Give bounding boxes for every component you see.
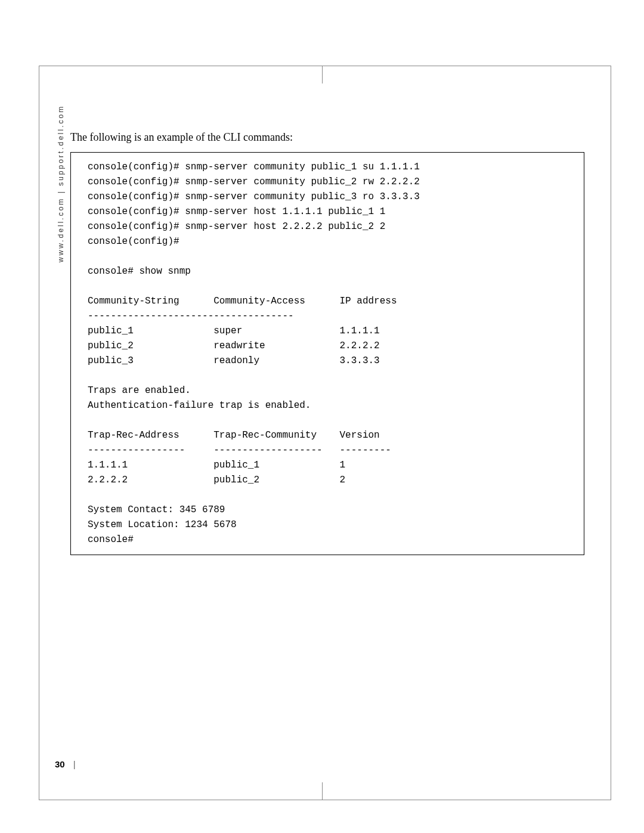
intro-text: The following is an example of the CLI c… bbox=[70, 131, 584, 144]
page-number-value: 30 bbox=[55, 759, 65, 769]
page-number-separator: | bbox=[73, 759, 76, 769]
cli-output-box: console(config)# snmp-server community p… bbox=[70, 152, 584, 555]
content-area: The following is an example of the CLI c… bbox=[70, 131, 584, 555]
sidebar-url-text: www.dell.com | support.dell.com bbox=[57, 105, 65, 262]
page: www.dell.com | support.dell.com The foll… bbox=[0, 0, 644, 833]
page-number: 30| bbox=[55, 759, 76, 769]
crop-mark-bottom bbox=[322, 782, 323, 800]
crop-mark-top bbox=[322, 66, 323, 83]
